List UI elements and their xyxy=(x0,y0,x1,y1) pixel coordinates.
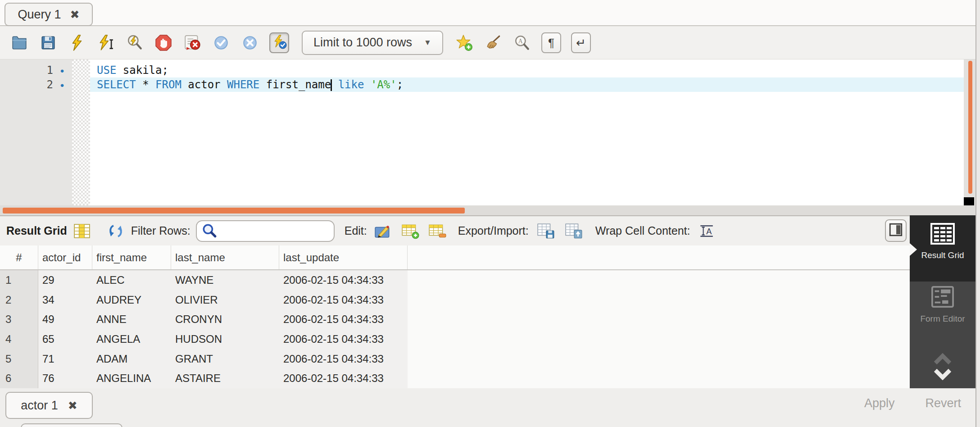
table-row[interactable]: 349ANNECRONYN2006-02-15 04:34:33 xyxy=(0,309,408,329)
refresh-icon[interactable] xyxy=(108,223,124,239)
code-area[interactable]: USE sakila;SELECT * FROM actor WHERE fir… xyxy=(90,59,964,205)
revert-button[interactable]: Revert xyxy=(922,395,964,412)
explain-plan-button[interactable] xyxy=(125,32,144,53)
open-script-button[interactable] xyxy=(10,32,29,53)
table-cell[interactable]: 34 xyxy=(38,290,92,310)
column-header-last_name[interactable]: last_name xyxy=(171,245,279,269)
edit-record-icon[interactable] xyxy=(374,223,392,239)
line-number: 2 xyxy=(0,78,53,91)
table-cell[interactable]: 2006-02-15 04:34:33 xyxy=(279,349,408,369)
table-row[interactable]: 465ANGELAHUDSON2006-02-15 04:34:33 xyxy=(0,329,408,349)
active-item-arrow-icon xyxy=(910,243,917,256)
table-cell[interactable]: AUDREY xyxy=(92,290,171,310)
sidebar-lower-section: Form Editor xyxy=(910,282,975,388)
tab-query-1[interactable]: Query 1 ✖ xyxy=(5,3,93,26)
table-cell[interactable]: 2006-02-15 04:34:33 xyxy=(279,329,408,349)
table-cell[interactable]: ASTAIRE xyxy=(171,368,279,388)
table-cell[interactable]: 2006-02-15 04:34:33 xyxy=(279,290,408,310)
close-icon[interactable]: ✖ xyxy=(70,9,80,20)
code-segment: 'A%' xyxy=(371,78,397,91)
result-grid-label: Result Grid xyxy=(6,224,67,237)
column-header-actor_id[interactable]: actor_id xyxy=(38,245,92,269)
sidebar-item-result-grid[interactable]: Result Grid xyxy=(910,215,975,282)
table-cell[interactable]: CRONYN xyxy=(171,309,279,329)
table-cell[interactable]: 49 xyxy=(38,309,92,329)
gutter-row[interactable]: 2● xyxy=(0,77,72,92)
apply-button[interactable]: Apply xyxy=(862,395,898,412)
lightning-cursor-icon xyxy=(97,34,114,51)
find-replace-button[interactable]: A xyxy=(513,32,531,53)
delete-row-icon[interactable] xyxy=(428,223,446,239)
result-grid: #actor_idfirst_namelast_namelast_update … xyxy=(0,245,910,388)
gutter-row[interactable]: 1● xyxy=(0,63,72,77)
table-cell[interactable]: 29 xyxy=(38,270,92,290)
vertical-scrollbar-thumb[interactable] xyxy=(968,61,972,194)
code-line[interactable]: USE sakila; xyxy=(90,63,964,77)
table-cell[interactable]: 2006-02-15 04:34:33 xyxy=(279,368,408,388)
column-header-rownum[interactable]: # xyxy=(0,245,38,269)
editor-vertical-scrollbar[interactable] xyxy=(964,59,976,205)
row-number-cell[interactable]: 6 xyxy=(0,368,38,388)
stop-query-button[interactable] xyxy=(154,32,173,53)
grid-header-row: #actor_idfirst_namelast_namelast_update xyxy=(0,245,910,270)
toggle-wrapping-button[interactable]: ↵ xyxy=(571,32,591,53)
fold-margin xyxy=(72,59,90,205)
table-row[interactable]: 234AUDREYOLIVIER2006-02-15 04:34:33 xyxy=(0,290,408,310)
save-script-button[interactable] xyxy=(39,32,58,53)
column-header-first_name[interactable]: first_name xyxy=(92,245,171,269)
table-row[interactable]: 571ADAMGRANT2006-02-15 04:34:33 xyxy=(0,349,408,369)
filter-rows-searchbox[interactable] xyxy=(196,220,335,242)
close-icon[interactable]: ✖ xyxy=(68,400,77,411)
row-number-cell[interactable]: 5 xyxy=(0,349,38,369)
tab-partial-next[interactable] xyxy=(21,423,122,427)
table-cell[interactable]: 65 xyxy=(38,329,92,349)
stop-hand-icon xyxy=(155,34,172,51)
rollback-button[interactable] xyxy=(240,32,259,53)
table-cell[interactable]: OLIVIER xyxy=(171,290,279,310)
statement-marker-icon: ● xyxy=(53,81,71,89)
chevron-up-icon[interactable] xyxy=(933,353,953,367)
table-cell[interactable]: WAYNE xyxy=(171,270,279,290)
column-header-last_update[interactable]: last_update xyxy=(279,245,408,269)
toggle-autocommit-button[interactable] xyxy=(269,32,289,53)
commit-button[interactable] xyxy=(212,32,231,53)
execute-current-statement-button[interactable] xyxy=(96,32,115,53)
insert-row-icon[interactable] xyxy=(401,223,419,239)
row-number-cell[interactable]: 1 xyxy=(0,270,38,290)
show-invisibles-button[interactable]: ¶ xyxy=(541,32,561,53)
collapse-side-panel-button[interactable] xyxy=(885,219,907,242)
editor-horizontal-scrollbar[interactable] xyxy=(0,205,976,215)
chevron-down-icon[interactable] xyxy=(933,368,953,382)
limit-rows-dropdown[interactable]: Limit to 1000 rows ▼ xyxy=(302,31,443,55)
table-row[interactable]: 129ALECWAYNE2006-02-15 04:34:33 xyxy=(0,270,408,290)
sidebar-item-form-editor[interactable]: Form Editor xyxy=(920,285,965,323)
save-snippet-button[interactable] xyxy=(455,32,474,53)
wrap-cell-content-icon[interactable]: A xyxy=(699,224,715,238)
import-records-icon[interactable] xyxy=(565,223,583,239)
toggle-stop-on-error-button[interactable] xyxy=(183,32,202,53)
editor-tab-bar: Query 1 ✖ xyxy=(0,0,980,26)
table-cell[interactable]: ANGELINA xyxy=(92,368,171,388)
search-input[interactable] xyxy=(218,224,329,238)
table-cell[interactable]: GRANT xyxy=(171,349,279,369)
code-line[interactable]: SELECT * FROM actor WHERE first_name lik… xyxy=(90,77,964,92)
beautify-script-button[interactable] xyxy=(484,32,503,53)
export-recordset-icon[interactable] xyxy=(537,223,555,239)
tab-actor-1[interactable]: actor 1 ✖ xyxy=(5,392,93,419)
row-number-cell[interactable]: 3 xyxy=(0,309,38,329)
horizontal-scrollbar-thumb[interactable] xyxy=(3,208,465,214)
row-number-cell[interactable]: 4 xyxy=(0,329,38,349)
table-cell[interactable]: HUDSON xyxy=(171,329,279,349)
table-cell[interactable]: 2006-02-15 04:34:33 xyxy=(279,309,408,329)
table-cell[interactable]: ANGELA xyxy=(92,329,171,349)
row-number-cell[interactable]: 2 xyxy=(0,290,38,310)
sql-editor[interactable]: 1●2● USE sakila;SELECT * FROM actor WHER… xyxy=(0,59,980,205)
execute-button[interactable] xyxy=(68,32,86,53)
table-cell[interactable]: 71 xyxy=(38,349,92,369)
table-cell[interactable]: 2006-02-15 04:34:33 xyxy=(279,270,408,290)
table-cell[interactable]: ALEC xyxy=(92,270,171,290)
table-row[interactable]: 676ANGELINAASTAIRE2006-02-15 04:34:33 xyxy=(0,368,408,388)
table-cell[interactable]: ANNE xyxy=(92,309,171,329)
table-cell[interactable]: ADAM xyxy=(92,349,171,369)
table-cell[interactable]: 76 xyxy=(38,368,92,388)
